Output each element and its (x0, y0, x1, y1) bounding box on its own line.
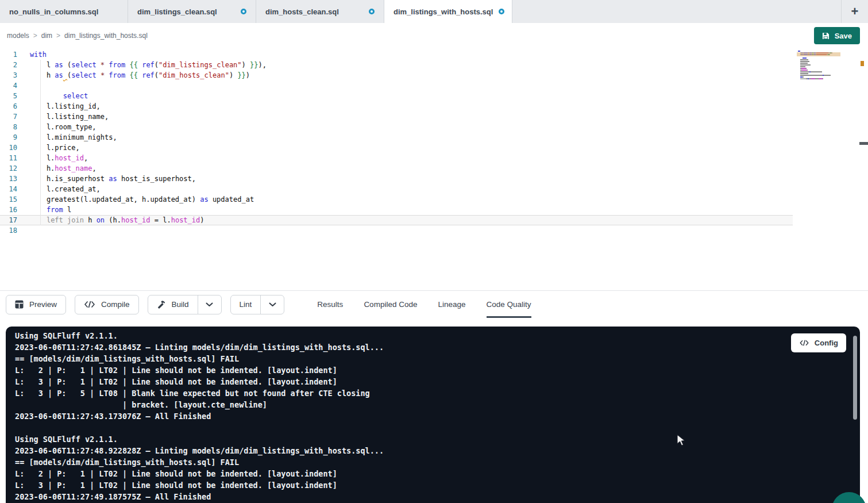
line-content: h as (select * from {{ ref("dim_hosts_cl… (30, 70, 250, 80)
code-line: 4 (0, 80, 793, 91)
save-icon (822, 32, 830, 40)
line-content: left join h on (h.host_id = l.host_id) (30, 215, 205, 225)
file-tabs: no_nulls_in_columns.sqldim_listings_clea… (0, 0, 512, 23)
code-editor[interactable]: 1with2 l as (select * from {{ ref("dim_l… (0, 48, 868, 290)
compile-button-label: Compile (101, 300, 130, 309)
config-button[interactable]: Config (791, 333, 846, 352)
code-line: 15 greatest(l.updated_at, h.updated_at) … (0, 194, 793, 205)
file-tab[interactable]: dim_hosts_clean.sql (256, 0, 384, 23)
terminal-scrollbar-thumb[interactable] (853, 336, 857, 420)
chevron-down-icon (206, 302, 213, 307)
overview-ruler-cursor-marker (859, 142, 868, 145)
breadcrumb-item: dim (41, 32, 52, 40)
build-split-button: Build (148, 295, 222, 314)
panel-tabs: ResultsCompiled CodeLineageCode Quality (317, 291, 531, 318)
panel-tab-compiled-code[interactable]: Compiled Code (364, 291, 417, 318)
code-line: 3 h as (select * from {{ ref("dim_hosts_… (0, 70, 793, 80)
line-number: 5 (0, 91, 17, 101)
unsaved-changes-dot (241, 9, 246, 14)
file-tab[interactable]: dim_listings_clean.sql (128, 0, 256, 23)
line-number: 8 (0, 122, 17, 132)
code-line: 2 l as (select * from {{ ref("dim_listin… (0, 60, 793, 70)
breadcrumb-separator: > (33, 32, 37, 40)
file-tab-label: dim_listings_with_hosts.sql (394, 7, 493, 16)
line-number: 12 (0, 163, 17, 174)
code-line: 7 l.listing_name, (0, 112, 793, 122)
ide-window: no_nulls_in_columns.sqldim_listings_clea… (0, 0, 868, 503)
line-content: l as (select * from {{ ref("dim_listings… (30, 60, 267, 70)
code-line: 9 l.minimum_nights, (0, 132, 793, 143)
unsaved-changes-dot (369, 9, 375, 14)
line-content: l.minimum_nights, (30, 132, 117, 143)
panel-tab-code-quality[interactable]: Code Quality (487, 291, 531, 318)
line-number: 13 (0, 174, 17, 184)
preview-button-label: Preview (29, 300, 57, 309)
build-button[interactable]: Build (148, 295, 198, 314)
table-icon (15, 300, 24, 309)
breadcrumb-separator: > (56, 32, 60, 40)
compile-button[interactable]: Compile (75, 295, 139, 314)
panel-body: Using SQLFluff v2.1.1. 2023-06-06T11:27:… (0, 318, 868, 503)
action-toolbar: Preview Compile Build (0, 291, 868, 318)
line-number: 10 (0, 143, 17, 153)
save-button-label: Save (835, 32, 852, 40)
line-content: h.is_superhost as host_is_superhost, (30, 174, 196, 184)
line-content: l.price, (30, 143, 80, 153)
code-line: 8 l.room_type, (0, 122, 793, 132)
breadcrumb-item: models (7, 32, 29, 40)
line-content: with (30, 49, 47, 60)
file-tab[interactable]: no_nulls_in_columns.sql (0, 0, 128, 23)
line-number: 3 (0, 70, 17, 80)
new-tab-button[interactable]: + (841, 0, 868, 23)
lint-button[interactable]: Lint (231, 295, 261, 314)
file-tabbar: no_nulls_in_columns.sqldim_listings_clea… (0, 0, 868, 23)
line-number: 14 (0, 184, 17, 194)
save-button[interactable]: Save (814, 27, 860, 44)
lint-dropdown-chevron[interactable] (261, 295, 284, 314)
line-number: 4 (0, 80, 17, 91)
code-line: 1with (0, 49, 793, 60)
code-line: 16 from l (0, 205, 793, 215)
terminal: Using SQLFluff v2.1.1. 2023-06-06T11:27:… (6, 327, 860, 503)
line-number: 2 (0, 60, 17, 70)
indent-guide (40, 60, 41, 225)
line-number: 6 (0, 101, 17, 112)
breadcrumb: models>dim>dim_listings_with_hosts.sql (7, 32, 148, 40)
file-tab-label: no_nulls_in_columns.sql (9, 7, 98, 16)
line-content: select (30, 91, 88, 101)
line-content: l.listing_name, (30, 112, 109, 122)
line-number: 15 (0, 194, 17, 205)
breadcrumb-item: dim_listings_with_hosts.sql (64, 32, 148, 40)
line-content: greatest(l.updated_at, h.updated_at) as … (30, 194, 254, 205)
terminal-output: Using SQLFluff v2.1.1. 2023-06-06T11:27:… (6, 327, 860, 502)
overview-ruler-warning-marker (861, 61, 864, 66)
line-number: 1 (0, 49, 17, 60)
panel-tab-results[interactable]: Results (317, 291, 343, 318)
build-button-label: Build (172, 300, 189, 309)
build-dropdown-chevron[interactable] (198, 295, 221, 314)
minimap[interactable] (798, 50, 839, 81)
minimap-warning-band (797, 52, 840, 56)
file-tab-label: dim_listings_clean.sql (137, 7, 217, 16)
line-number: 7 (0, 112, 17, 122)
code-line: 12 h.host_name, (0, 163, 793, 174)
line-number: 9 (0, 132, 17, 143)
code-line: 10 l.price, (0, 143, 793, 153)
hammer-icon (157, 300, 166, 309)
file-tab[interactable]: dim_listings_with_hosts.sql (384, 0, 512, 23)
code-line: 11 l.host_id, (0, 153, 793, 163)
panel-tab-lineage[interactable]: Lineage (438, 291, 465, 318)
line-number: 11 (0, 153, 17, 163)
code-icon (84, 301, 95, 308)
code-line: 18 (0, 225, 793, 236)
code-lines: 1with2 l as (select * from {{ ref("dim_l… (0, 48, 793, 236)
code-line: 6 l.listing_id, (0, 101, 793, 112)
code-line: 17 left join h on (h.host_id = l.host_id… (0, 215, 793, 225)
preview-button[interactable]: Preview (6, 295, 66, 314)
line-number: 17 (0, 215, 17, 225)
code-line: 5 select (0, 91, 793, 101)
unsaved-changes-dot (499, 9, 504, 14)
line-number: 16 (0, 205, 17, 215)
line-content: from l (30, 205, 71, 215)
tabbar-spacer (512, 0, 841, 23)
